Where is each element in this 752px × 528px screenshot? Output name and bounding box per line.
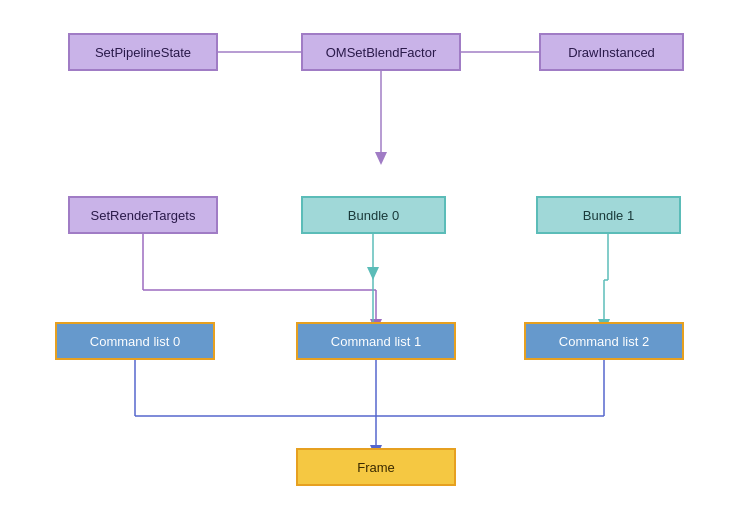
om-set-blend-factor-label: OMSetBlendFactor (326, 45, 437, 60)
command-list-0-label: Command list 0 (90, 334, 180, 349)
command-list-1-node: Command list 1 (296, 322, 456, 360)
bundle-1-label: Bundle 1 (583, 208, 634, 223)
draw-instanced-label: DrawInstanced (568, 45, 655, 60)
command-list-1-label: Command list 1 (331, 334, 421, 349)
set-pipeline-state-label: SetPipelineState (95, 45, 191, 60)
om-set-blend-factor-node: OMSetBlendFactor (301, 33, 461, 71)
set-render-targets-label: SetRenderTargets (91, 208, 196, 223)
svg-marker-8 (367, 267, 379, 280)
command-list-2-label: Command list 2 (559, 334, 649, 349)
diagram-container: SetPipelineState OMSetBlendFactor DrawIn… (0, 0, 752, 528)
frame-label: Frame (357, 460, 395, 475)
set-pipeline-state-node: SetPipelineState (68, 33, 218, 71)
frame-node: Frame (296, 448, 456, 486)
bundle-0-label: Bundle 0 (348, 208, 399, 223)
bundle-1-node: Bundle 1 (536, 196, 681, 234)
command-list-2-node: Command list 2 (524, 322, 684, 360)
command-list-0-node: Command list 0 (55, 322, 215, 360)
draw-instanced-node: DrawInstanced (539, 33, 684, 71)
bundle-0-node: Bundle 0 (301, 196, 446, 234)
svg-marker-2 (375, 152, 387, 165)
set-render-targets-node: SetRenderTargets (68, 196, 218, 234)
